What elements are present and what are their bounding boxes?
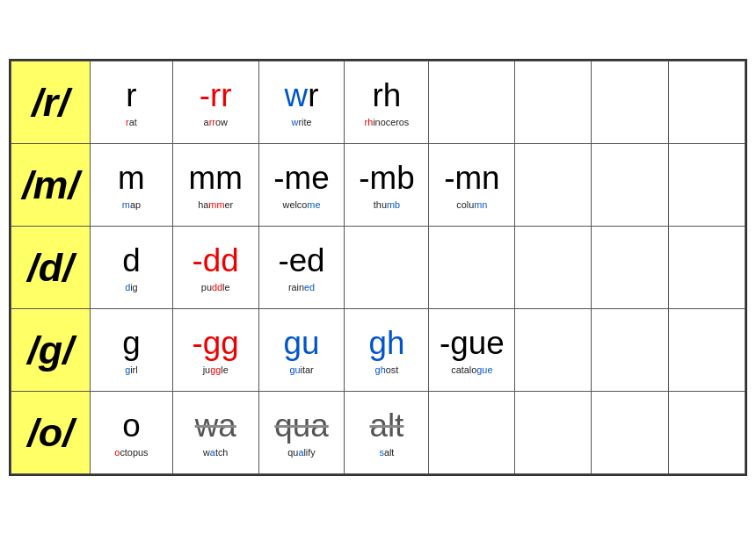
example-word: rained: [288, 282, 315, 292]
phoneme-cell-2: /d/: [11, 226, 91, 308]
phoneme-label: /g/: [27, 328, 73, 372]
cell-r0-c0: rrat: [91, 61, 173, 143]
example-word: rhinoceros: [365, 117, 410, 127]
spelling-main: -me: [273, 160, 329, 197]
cell-r3-c4: -guecatalogue: [429, 308, 515, 391]
cell-r0-c6: [592, 61, 668, 143]
spelling-main: -gue: [440, 325, 505, 362]
phonics-table: /r/rrat-rrarrowwrwriterhrhinoceros/m/mma…: [9, 59, 747, 476]
phoneme-cell-0: /r/: [11, 61, 91, 143]
cell-r2-c0: ddig: [91, 226, 173, 308]
example-word: guitar: [289, 364, 313, 375]
cell-r0-c3: rhrhinoceros: [345, 61, 429, 143]
phoneme-label: /m/: [22, 162, 79, 206]
cell-r4-c1: wawatch: [172, 391, 258, 473]
cell-r4-c0: ooctopus: [91, 391, 173, 473]
example-word: salt: [379, 447, 394, 458]
cell-r3-c0: ggirl: [91, 308, 173, 391]
example-word: welcome: [283, 199, 321, 210]
phoneme-cell-1: /m/: [11, 143, 91, 226]
cell-r4-c5: [515, 391, 592, 473]
cell-r2-c3: [345, 226, 429, 308]
phoneme-cell-4: /o/: [11, 391, 91, 473]
cell-r1-c0: mmap: [91, 143, 173, 226]
cell-r3-c3: ghghost: [345, 308, 429, 391]
cell-r0-c2: wrwrite: [258, 61, 345, 143]
cell-r4-c7: [668, 391, 745, 473]
example-word: arrow: [204, 117, 228, 127]
cell-r1-c3: -mbthumb: [345, 143, 429, 226]
cell-r3-c2: guguitar: [258, 308, 345, 391]
cell-r0-c7: [668, 61, 745, 143]
spelling-main: mm: [189, 160, 243, 197]
example-word: write: [292, 117, 312, 127]
cell-r2-c2: -edrained: [258, 226, 345, 308]
spelling-main: g: [122, 325, 140, 362]
cell-r2-c1: -ddpuddle: [172, 226, 258, 308]
cell-r3-c1: -ggjuggle: [172, 308, 258, 391]
cell-r2-c4: [429, 226, 515, 308]
cell-r3-c6: [592, 308, 668, 391]
spelling-main: rh: [373, 77, 402, 114]
spelling-main: wr: [285, 77, 319, 114]
cell-r1-c6: [592, 143, 668, 226]
cell-r0-c1: -rrarrow: [172, 61, 258, 143]
spelling-main: -ed: [278, 242, 324, 279]
cell-r0-c5: [515, 61, 592, 143]
spelling-main: wa: [195, 408, 236, 444]
cell-r4-c6: [592, 391, 668, 473]
example-word: thumb: [374, 199, 400, 210]
phoneme-label: /d/: [27, 245, 73, 289]
cell-r3-c7: [668, 308, 745, 391]
spelling-main: -mn: [444, 160, 499, 197]
example-word: hammer: [198, 199, 233, 210]
spelling-main: d: [122, 242, 140, 279]
example-word: octopus: [114, 447, 148, 458]
cell-r0-c4: [429, 61, 515, 143]
cell-r2-c5: [515, 226, 592, 308]
example-word: ghost: [375, 364, 399, 375]
example-word: girl: [125, 364, 138, 375]
cell-r2-c6: [592, 226, 668, 308]
spelling-main: r: [126, 77, 136, 114]
cell-r4-c4: [429, 391, 515, 473]
cell-r1-c5: [515, 143, 592, 226]
spelling-main: gh: [368, 325, 404, 362]
cell-r1-c4: -mncolumn: [429, 143, 515, 226]
example-word: puddle: [201, 282, 230, 292]
cell-r4-c2: quaqualify: [258, 391, 345, 473]
example-word: column: [456, 199, 487, 210]
spelling-main: -mb: [359, 160, 414, 197]
spelling-main: gu: [284, 325, 320, 362]
example-word: qualify: [287, 447, 315, 458]
spelling-main: -gg: [193, 325, 239, 362]
cell-r1-c2: -mewelcome: [258, 143, 345, 226]
example-word: dig: [125, 282, 138, 292]
spelling-main: -rr: [200, 77, 232, 114]
example-word: juggle: [203, 364, 229, 375]
spelling-main: m: [118, 160, 145, 197]
phoneme-label: /r/: [32, 80, 69, 124]
cell-r4-c3: altsalt: [345, 391, 429, 473]
example-word: rat: [126, 117, 137, 127]
cell-r1-c7: [668, 143, 745, 226]
phoneme-cell-3: /g/: [11, 308, 91, 391]
spelling-main: alt: [369, 408, 403, 444]
cell-r1-c1: mmhammer: [172, 143, 258, 226]
example-word: watch: [203, 447, 228, 458]
phoneme-label: /o/: [27, 410, 73, 454]
spelling-main: -dd: [193, 242, 239, 279]
example-word: map: [122, 199, 141, 210]
cell-r2-c7: [668, 226, 745, 308]
example-word: catalogue: [451, 364, 492, 375]
spelling-main: o: [122, 408, 140, 444]
spelling-main: qua: [274, 408, 328, 444]
cell-r3-c5: [515, 308, 592, 391]
